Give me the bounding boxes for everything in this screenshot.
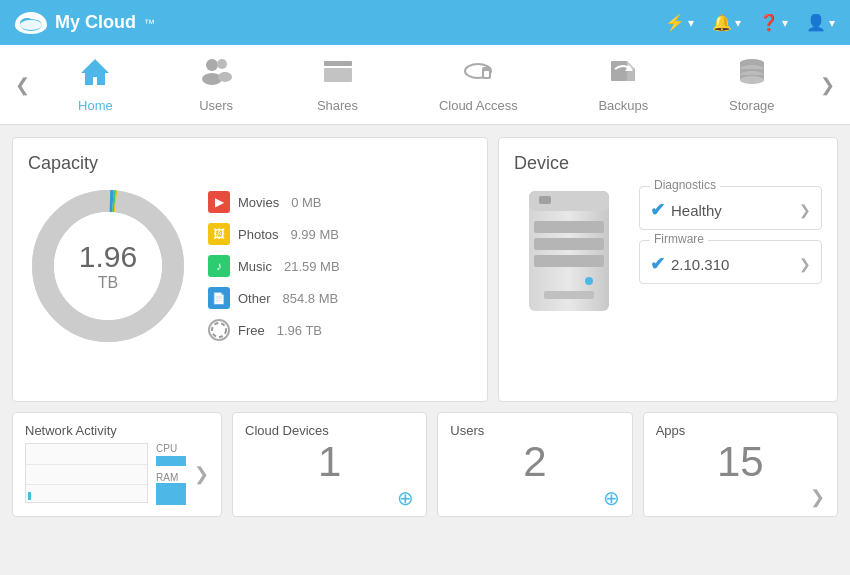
capacity-title: Capacity bbox=[28, 153, 472, 174]
cloud-devices-card[interactable]: Cloud Devices 1 ⊕ bbox=[232, 412, 427, 517]
diagnostics-check-icon: ✔ bbox=[650, 199, 665, 221]
users-value: 2 bbox=[450, 438, 619, 486]
donut-chart: 1.96 TB bbox=[28, 186, 188, 346]
diagnostics-text: Healthy bbox=[671, 202, 722, 219]
svg-rect-15 bbox=[611, 61, 627, 81]
cloud-devices-title: Cloud Devices bbox=[245, 423, 414, 438]
device-image bbox=[514, 186, 624, 316]
svg-point-8 bbox=[218, 72, 232, 82]
nas-device-svg bbox=[524, 186, 614, 316]
apps-title: Apps bbox=[656, 423, 825, 438]
legend-photos: 🖼 Photos 9.99 MB bbox=[208, 223, 340, 245]
apps-value: 15 bbox=[656, 438, 825, 486]
network-arrow[interactable]: ❯ bbox=[194, 463, 209, 485]
music-icon: ♪ bbox=[208, 255, 230, 277]
capacity-content: 1.96 TB ▶ Movies 0 MB 🖼 bbox=[28, 186, 472, 346]
movies-label: Movies bbox=[238, 195, 279, 210]
device-info: Diagnostics ✔ Healthy ❯ Firmware bbox=[639, 186, 822, 316]
nav-label-backups: Backups bbox=[598, 98, 648, 113]
firmware-content: ✔ 2.10.310 ❯ bbox=[650, 253, 811, 275]
music-label: Music bbox=[238, 259, 272, 274]
photos-label: Photos bbox=[238, 227, 278, 242]
nav-item-shares[interactable]: Shares bbox=[297, 49, 378, 121]
diagnostics-label: Diagnostics bbox=[650, 178, 720, 192]
activity-bar bbox=[28, 492, 31, 500]
nav-item-home[interactable]: Home bbox=[55, 49, 135, 121]
users-footer: ⊕ bbox=[450, 486, 619, 510]
cloud-access-icon bbox=[462, 57, 494, 92]
free-icon bbox=[208, 319, 230, 341]
ram-label: RAM bbox=[156, 472, 186, 483]
top-row: Capacity bbox=[12, 137, 838, 402]
network-labels: CPU RAM bbox=[156, 443, 186, 505]
user-icon[interactable]: 👤 ▾ bbox=[806, 13, 835, 32]
diagnostics-box[interactable]: Diagnostics ✔ Healthy ❯ bbox=[639, 186, 822, 230]
firmware-arrow[interactable]: ❯ bbox=[799, 256, 811, 272]
photos-value: 9.99 MB bbox=[290, 227, 338, 242]
mycloud-logo bbox=[15, 12, 47, 34]
device-content: Diagnostics ✔ Healthy ❯ Firmware bbox=[514, 186, 822, 316]
apps-arrow[interactable]: ❯ bbox=[810, 486, 825, 508]
nav-item-users[interactable]: Users bbox=[176, 49, 256, 121]
apps-card[interactable]: Apps 15 ❯ bbox=[643, 412, 838, 517]
grid-line-2 bbox=[26, 484, 147, 485]
users-card[interactable]: Users 2 ⊕ bbox=[437, 412, 632, 517]
svg-rect-14 bbox=[484, 71, 489, 77]
network-content: CPU RAM ❯ bbox=[25, 443, 209, 505]
header: My Cloud ™ ⚡ ▾ 🔔 ▾ ❓ ▾ 👤 ▾ bbox=[0, 0, 850, 45]
legend-other: 📄 Other 854.8 MB bbox=[208, 287, 340, 309]
app-title: My Cloud bbox=[55, 12, 136, 33]
donut-value: 1.96 bbox=[79, 240, 137, 274]
diagnostics-arrow[interactable]: ❯ bbox=[799, 202, 811, 218]
usb-icon[interactable]: ⚡ ▾ bbox=[665, 13, 694, 32]
legend-movies: ▶ Movies 0 MB bbox=[208, 191, 340, 213]
storage-icon bbox=[736, 57, 768, 92]
nav-item-storage[interactable]: Storage bbox=[709, 49, 795, 121]
diagnostics-value: ✔ Healthy bbox=[650, 199, 722, 221]
svg-rect-40 bbox=[539, 196, 551, 204]
svg-rect-11 bbox=[324, 61, 332, 66]
donut-unit: TB bbox=[79, 274, 137, 292]
svg-rect-35 bbox=[534, 221, 604, 233]
firmware-box[interactable]: Firmware ✔ 2.10.310 ❯ bbox=[639, 240, 822, 284]
notifications-icon[interactable]: 🔔 ▾ bbox=[712, 13, 741, 32]
svg-rect-39 bbox=[544, 291, 594, 299]
nav-items: Home Users Shares bbox=[35, 49, 815, 121]
svg-point-38 bbox=[585, 277, 593, 285]
other-label: Other bbox=[238, 291, 271, 306]
free-label: Free bbox=[238, 323, 265, 338]
grid-line-1 bbox=[26, 464, 147, 465]
users-icon bbox=[200, 57, 232, 92]
svg-point-25 bbox=[740, 76, 764, 84]
cloud-devices-add-button[interactable]: ⊕ bbox=[397, 486, 414, 510]
capacity-card: Capacity bbox=[12, 137, 488, 402]
photos-icon: 🖼 bbox=[208, 223, 230, 245]
nav-right-arrow[interactable]: ❯ bbox=[815, 74, 840, 96]
trademark: ™ bbox=[144, 17, 155, 29]
users-add-button[interactable]: ⊕ bbox=[603, 486, 620, 510]
svg-rect-37 bbox=[534, 255, 604, 267]
cloud-devices-footer: ⊕ bbox=[245, 486, 414, 510]
ram-bar bbox=[156, 483, 186, 505]
users-title: Users bbox=[450, 423, 619, 438]
nav-item-backups[interactable]: Backups bbox=[578, 49, 668, 121]
firmware-value: ✔ 2.10.310 bbox=[650, 253, 729, 275]
svg-point-5 bbox=[206, 59, 218, 71]
nav-left-arrow[interactable]: ❮ bbox=[10, 74, 35, 96]
cpu-bar bbox=[156, 456, 186, 466]
shares-icon bbox=[322, 57, 354, 92]
cpu-label: CPU bbox=[156, 443, 186, 454]
nav-item-cloud-access[interactable]: Cloud Access bbox=[419, 49, 538, 121]
nav-label-users: Users bbox=[199, 98, 233, 113]
diagnostics-content: ✔ Healthy ❯ bbox=[650, 199, 811, 221]
nav-label-cloud-access: Cloud Access bbox=[439, 98, 518, 113]
network-chart bbox=[25, 443, 148, 503]
svg-point-32 bbox=[212, 323, 226, 337]
svg-marker-4 bbox=[81, 59, 109, 85]
other-icon: 📄 bbox=[208, 287, 230, 309]
device-title: Device bbox=[514, 153, 822, 174]
device-card: Device bbox=[498, 137, 838, 402]
help-icon[interactable]: ❓ ▾ bbox=[759, 13, 788, 32]
header-right: ⚡ ▾ 🔔 ▾ ❓ ▾ 👤 ▾ bbox=[665, 13, 835, 32]
firmware-label: Firmware bbox=[650, 232, 708, 246]
